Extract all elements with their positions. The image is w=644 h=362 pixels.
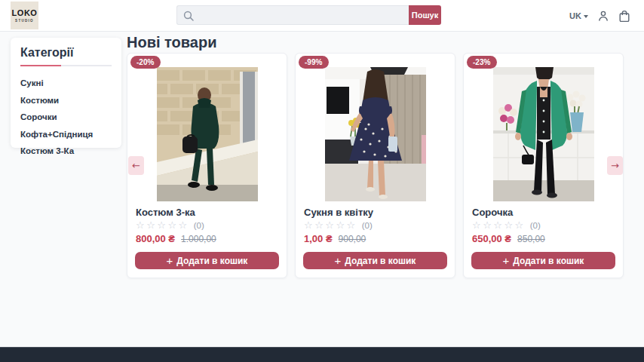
site-header: LOKO STUDIO Пошук UK	[0, 0, 644, 32]
old-price: 1.000,00	[181, 234, 216, 244]
search-box	[176, 5, 409, 25]
add-to-cart-button[interactable]: + Додати в кошик	[135, 252, 279, 269]
category-item-kostiumy[interactable]: Костюми	[20, 92, 112, 109]
search-input[interactable]	[177, 6, 409, 24]
chevron-down-icon	[584, 15, 588, 18]
product-title[interactable]: Сукня в квітку	[304, 207, 446, 218]
current-price: 800,00 ₴	[136, 233, 175, 244]
plus-icon: +	[167, 256, 173, 266]
add-to-cart-button[interactable]: + Додати в кошик	[303, 252, 447, 269]
product-card-suknia: -99%	[295, 53, 455, 278]
price-row: 800,00 ₴ 1.000,00	[136, 233, 278, 244]
category-item-kofta-spidnytsia[interactable]: Кофта+Спідниця	[20, 126, 112, 143]
old-price: 850,00	[517, 234, 545, 244]
product-card-sorochka: -23%	[463, 53, 624, 278]
current-price: 1,00 ₴	[304, 233, 333, 244]
price-row: 1,00 ₴ 900,00	[304, 233, 446, 244]
product-rating: ☆☆☆☆☆ (0)	[136, 220, 278, 231]
discount-badge: -23%	[467, 56, 497, 69]
category-item-sukni[interactable]: Сукні	[20, 75, 112, 92]
price-row: 650,00 ₴ 850,00	[472, 233, 615, 244]
categories-sidebar: Категорії Сукні Костюми Сорочки Кофта+Сп…	[11, 38, 121, 148]
language-label: UK	[569, 11, 581, 20]
page-title: Нові товари	[127, 34, 216, 51]
discount-badge: -20%	[130, 56, 161, 69]
category-list: Сукні Костюми Сорочки Кофта+Спідниця Кос…	[20, 75, 112, 160]
arrow-right-icon: →	[611, 160, 619, 171]
discount-badge: -99%	[299, 56, 329, 69]
rating-count: (0)	[530, 221, 541, 230]
categories-title: Категорії	[20, 46, 112, 60]
add-to-cart-label: Додати в кошик	[176, 256, 247, 266]
shopping-bag-icon	[618, 10, 630, 23]
old-price: 900,00	[339, 234, 366, 244]
category-item-sorochky[interactable]: Сорочки	[20, 109, 112, 126]
language-selector[interactable]: UK	[569, 11, 588, 20]
current-price: 650,00 ₴	[472, 233, 511, 244]
user-icon	[597, 10, 609, 22]
site-logo[interactable]: LOKO STUDIO	[11, 2, 38, 29]
add-to-cart-label: Додати в кошик	[513, 256, 584, 266]
plus-icon: +	[335, 256, 342, 266]
rating-count: (0)	[362, 221, 373, 230]
cart-button[interactable]	[618, 10, 630, 23]
new-products-carousel: -20%	[127, 53, 624, 278]
site-footer	[0, 347, 644, 362]
plus-icon: +	[503, 256, 510, 266]
category-item-kostium-3ka[interactable]: Костюм 3-Ка	[20, 143, 112, 160]
product-title[interactable]: Сорочка	[472, 207, 615, 218]
search-icon	[183, 11, 194, 21]
product-card-kostium-3ka: -20%	[127, 53, 287, 278]
carousel-prev-button[interactable]: ←	[128, 156, 144, 175]
logo-title: LOKO	[12, 9, 38, 17]
star-rating-icon: ☆☆☆☆☆	[304, 220, 357, 231]
logo-subtitle: STUDIO	[15, 19, 34, 23]
title-divider	[20, 65, 112, 66]
search-form: Пошук	[176, 5, 441, 25]
add-to-cart-button[interactable]: + Додати в кошик	[471, 252, 615, 269]
search-button[interactable]: Пошук	[409, 5, 441, 25]
product-rating: ☆☆☆☆☆ (0)	[304, 220, 446, 231]
star-rating-icon: ☆☆☆☆☆	[136, 220, 189, 231]
storefront-page: LOKO STUDIO Пошук UK	[0, 0, 644, 362]
rating-count: (0)	[194, 221, 204, 230]
carousel-next-button[interactable]: →	[607, 156, 623, 175]
account-button[interactable]	[597, 10, 609, 22]
product-image-suknia[interactable]	[325, 67, 426, 201]
add-to-cart-label: Додати в кошик	[345, 256, 416, 266]
product-title[interactable]: Костюм 3-ка	[136, 207, 278, 218]
header-actions: UK	[569, 0, 630, 32]
arrow-left-icon: ←	[132, 160, 140, 171]
product-image-sorochka[interactable]	[493, 67, 594, 201]
product-rating: ☆☆☆☆☆ (0)	[472, 220, 615, 231]
star-rating-icon: ☆☆☆☆☆	[472, 220, 526, 231]
product-image-kostium-3ka[interactable]	[157, 67, 258, 201]
